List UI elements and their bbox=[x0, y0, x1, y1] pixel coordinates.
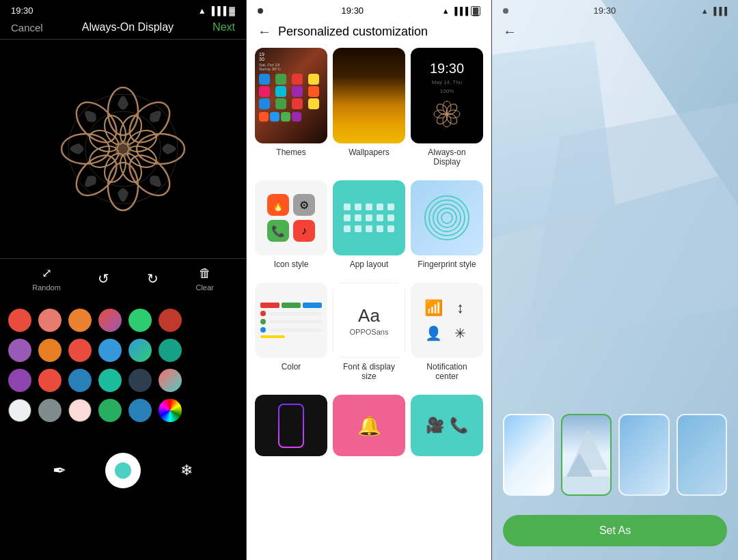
color-sky[interactable] bbox=[68, 369, 92, 392]
font-card[interactable]: Aa OPPOSans Font & display size bbox=[333, 283, 405, 381]
fingerprint-thumbnail bbox=[411, 180, 483, 255]
wallpaper-thumb-1[interactable] bbox=[503, 414, 554, 496]
color-purple[interactable] bbox=[8, 339, 31, 362]
ring-bg: 🔔 bbox=[333, 395, 405, 456]
set-as-button[interactable]: Set As bbox=[503, 515, 727, 546]
always-on-label: Always-on Display bbox=[428, 148, 465, 167]
phone1-random-control[interactable]: ⤢ Random bbox=[32, 266, 61, 292]
phone1-header: Cancel Always-On Display Next bbox=[0, 18, 246, 39]
color-white[interactable] bbox=[8, 399, 31, 422]
dot14 bbox=[377, 225, 383, 232]
app-layout-dots-grid bbox=[337, 197, 401, 239]
color-gradient3[interactable] bbox=[159, 369, 182, 392]
snowflake-tool[interactable]: ❄ bbox=[169, 453, 204, 488]
ring-card[interactable]: 🔔 bbox=[333, 395, 405, 456]
video-icon: 🎥 bbox=[426, 417, 444, 434]
always-on-date: May 14, Thu bbox=[432, 79, 462, 85]
fingerprint-card[interactable]: Fingerprint style bbox=[411, 180, 483, 269]
app-icon-5 bbox=[259, 86, 270, 97]
color-list-2 bbox=[260, 319, 322, 324]
color-gradient2[interactable] bbox=[128, 339, 152, 362]
app-layout-card[interactable]: App layout bbox=[333, 180, 405, 269]
always-on-bg: 19:30 May 14, Thu 100% bbox=[411, 48, 483, 143]
color-blue[interactable] bbox=[98, 339, 122, 362]
phone3-header: ← bbox=[492, 18, 738, 48]
video-card[interactable]: 🎥 📞 bbox=[411, 395, 483, 456]
color-rainbow[interactable] bbox=[159, 399, 182, 422]
icon-style-label: Icon style bbox=[274, 260, 309, 269]
svg-point-27 bbox=[441, 212, 452, 223]
phone3-status-icons: ▲ ▐▐▐ bbox=[701, 7, 727, 15]
color-coral[interactable] bbox=[68, 339, 92, 362]
grid-row-3: Color Aa OPPOSans Font & display size bbox=[255, 283, 483, 381]
dot7 bbox=[355, 214, 361, 221]
color-picker-icon bbox=[115, 462, 131, 479]
phone1-cancel-button[interactable]: Cancel bbox=[11, 22, 43, 33]
notif-card-bg: 📶 ↕ 👤 ✳ bbox=[411, 283, 483, 358]
icon-style-card[interactable]: 🔥 ⚙ 📞 ♪ Icon style bbox=[255, 180, 327, 269]
color-orange[interactable] bbox=[68, 309, 92, 332]
phone2-title: Personalized customization bbox=[278, 25, 428, 39]
wallpaper-thumb-3[interactable] bbox=[618, 414, 670, 496]
color-rose[interactable] bbox=[68, 399, 92, 422]
wallpaper-thumb-2[interactable] bbox=[561, 414, 612, 496]
phone3-wallpaper: 19:30 ▲ ▐▐▐ ← Set As bbox=[492, 0, 738, 560]
color-row-4 bbox=[8, 399, 238, 422]
phone1-undo-control[interactable]: ↺ bbox=[98, 270, 109, 287]
phone1-redo-control[interactable]: ↻ bbox=[147, 270, 159, 287]
phone1-status-bar: 19:30 ▲ ▐▐▐ ▓ bbox=[0, 0, 246, 18]
icon-style-thumbnail: 🔥 ⚙ 📞 ♪ bbox=[255, 180, 327, 255]
themes-card[interactable]: 1930 Sat, Oct 19Sunny 30°C bbox=[255, 48, 327, 167]
color-green[interactable] bbox=[128, 309, 152, 332]
svg-point-18 bbox=[115, 141, 131, 157]
phone1-title: Always-On Display bbox=[43, 21, 213, 33]
fingerprint-bg bbox=[411, 180, 483, 255]
video-thumbnail: 🎥 📞 bbox=[411, 395, 483, 456]
app-layout-thumbnail bbox=[333, 180, 405, 255]
color-navy[interactable] bbox=[128, 399, 152, 422]
color-picker-tool[interactable] bbox=[105, 453, 141, 488]
color-crimson[interactable] bbox=[38, 369, 62, 392]
phone3-back-button[interactable]: ← bbox=[503, 24, 517, 40]
phone1-clear-control[interactable]: 🗑 Clear bbox=[195, 266, 213, 292]
color-peach[interactable] bbox=[38, 339, 62, 362]
brush-tool[interactable]: ✒ bbox=[42, 453, 77, 488]
phone2-status-bar: 19:30 ▲ ▐▐▐ ▓ bbox=[247, 0, 491, 18]
color-red[interactable] bbox=[8, 309, 31, 332]
icon-style-icon2: ⚙ bbox=[293, 194, 315, 216]
color-gray[interactable] bbox=[38, 399, 62, 422]
color-dark-red[interactable] bbox=[159, 309, 182, 332]
color-violet[interactable] bbox=[8, 369, 31, 392]
font-card-bg: Aa OPPOSans bbox=[333, 283, 405, 358]
dot11 bbox=[344, 225, 351, 232]
notification-card[interactable]: 📶 ↕ 👤 ✳ bbox=[411, 283, 483, 381]
color-row-2 bbox=[8, 339, 238, 362]
color-gradient1[interactable] bbox=[98, 309, 122, 332]
app-icon-10 bbox=[275, 98, 286, 109]
wallpaper-thumb-4[interactable] bbox=[676, 414, 728, 496]
dot15 bbox=[387, 225, 394, 232]
color-mint[interactable] bbox=[98, 369, 122, 392]
wallpapers-card[interactable]: Wallpapers bbox=[333, 48, 405, 167]
fingerprint-svg bbox=[423, 194, 471, 242]
undo-icon: ↺ bbox=[98, 270, 109, 287]
phone2-back-button[interactable]: ← bbox=[258, 24, 271, 40]
phone3-content: 19:30 ▲ ▐▐▐ ← Set As bbox=[492, 0, 738, 560]
mountain-svg bbox=[562, 415, 612, 494]
wifi-icon: ▲ bbox=[198, 6, 206, 16]
app-icon-8 bbox=[308, 86, 319, 97]
color-salmon[interactable] bbox=[38, 309, 62, 332]
list-dot-1 bbox=[260, 311, 266, 316]
phone1-next-button[interactable]: Next bbox=[213, 21, 235, 33]
phone1-bottom-tools: ✒ ❄ bbox=[0, 443, 246, 499]
color-card[interactable]: Color bbox=[255, 283, 327, 381]
aod-bottom-card[interactable] bbox=[255, 395, 327, 456]
color-forest[interactable] bbox=[98, 399, 122, 422]
always-on-card[interactable]: 19:30 May 14, Thu 100% bbox=[411, 48, 483, 167]
color-dark[interactable] bbox=[128, 369, 152, 392]
color-teal[interactable] bbox=[159, 339, 182, 362]
wallpapers-label: Wallpapers bbox=[348, 148, 390, 157]
random-icon: ⤢ bbox=[42, 266, 52, 281]
always-on-thumbnail: 19:30 May 14, Thu 100% bbox=[411, 48, 483, 143]
phone1-artwork bbox=[27, 53, 219, 244]
